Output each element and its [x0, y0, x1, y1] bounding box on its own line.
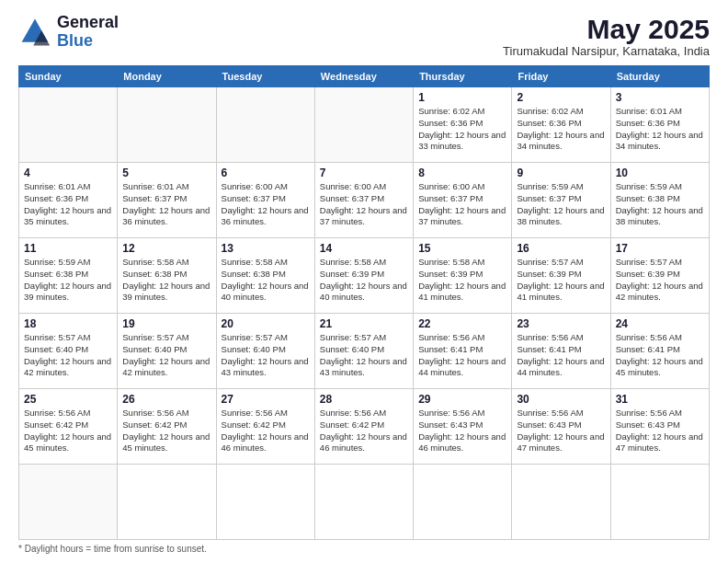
day-info: Sunrise: 5:57 AMSunset: 6:40 PMDaylight:… — [320, 332, 408, 379]
day-number: 22 — [418, 317, 506, 330]
calendar-cell: 30Sunrise: 5:56 AMSunset: 6:43 PMDayligh… — [512, 389, 610, 465]
day-number: 29 — [418, 393, 506, 406]
calendar-cell: 22Sunrise: 5:56 AMSunset: 6:41 PMDayligh… — [414, 314, 512, 389]
page: General Blue May 2025 Tirumakudal Narsip… — [0, 0, 728, 563]
day-number: 24 — [616, 317, 704, 330]
day-info: Sunrise: 5:56 AMSunset: 6:42 PMDaylight:… — [24, 408, 112, 454]
day-info: Sunrise: 5:56 AMSunset: 6:42 PMDaylight:… — [222, 408, 310, 454]
calendar-cell — [610, 465, 709, 540]
day-info: Sunrise: 5:58 AMSunset: 6:38 PMDaylight:… — [122, 257, 210, 304]
day-number: 30 — [517, 393, 605, 406]
calendar-week-row: 25Sunrise: 5:56 AMSunset: 6:42 PMDayligh… — [19, 389, 710, 465]
day-info: Sunrise: 6:00 AMSunset: 6:37 PMDaylight:… — [418, 181, 506, 228]
day-number: 19 — [122, 317, 210, 330]
weekday-row: SundayMondayTuesdayWednesdayThursdayFrid… — [19, 66, 710, 87]
calendar-cell: 29Sunrise: 5:56 AMSunset: 6:43 PMDayligh… — [414, 389, 512, 465]
day-info: Sunrise: 6:00 AMSunset: 6:37 PMDaylight:… — [222, 181, 310, 228]
day-number: 12 — [122, 242, 210, 255]
calendar-cell: 20Sunrise: 5:57 AMSunset: 6:40 PMDayligh… — [216, 314, 314, 389]
title-block: May 2025 Tirumakudal Narsipur, Karnataka… — [503, 14, 710, 58]
calendar-cell — [19, 465, 118, 540]
calendar-cell — [118, 465, 216, 540]
day-number: 4 — [24, 167, 112, 179]
calendar-cell — [19, 87, 118, 163]
day-info: Sunrise: 5:56 AMSunset: 6:43 PMDaylight:… — [616, 408, 704, 454]
day-number: 25 — [24, 393, 112, 406]
header: General Blue May 2025 Tirumakudal Narsip… — [18, 14, 710, 58]
day-info: Sunrise: 5:56 AMSunset: 6:42 PMDaylight:… — [122, 408, 210, 454]
day-number: 9 — [517, 167, 605, 179]
day-number: 5 — [122, 167, 210, 179]
calendar-cell: 25Sunrise: 5:56 AMSunset: 6:42 PMDayligh… — [19, 389, 118, 465]
logo-icon — [18, 16, 51, 49]
day-number: 10 — [616, 167, 704, 179]
day-info: Sunrise: 5:57 AMSunset: 6:39 PMDaylight:… — [616, 257, 704, 304]
day-info: Sunrise: 5:57 AMSunset: 6:39 PMDaylight:… — [517, 257, 605, 304]
day-info: Sunrise: 5:56 AMSunset: 6:41 PMDaylight:… — [517, 332, 605, 379]
calendar-cell: 19Sunrise: 5:57 AMSunset: 6:40 PMDayligh… — [118, 314, 216, 389]
day-number: 16 — [517, 242, 605, 255]
calendar-cell: 2Sunrise: 6:02 AMSunset: 6:36 PMDaylight… — [512, 87, 610, 163]
calendar-cell — [314, 465, 413, 540]
calendar-cell: 24Sunrise: 5:56 AMSunset: 6:41 PMDayligh… — [610, 314, 709, 389]
weekday-header-saturday: Saturday — [610, 66, 709, 87]
logo: General Blue — [18, 14, 119, 51]
footer-note: * Daylight hours = time from sunrise to … — [18, 544, 710, 554]
location: Tirumakudal Narsipur, Karnataka, India — [503, 44, 710, 58]
day-info: Sunrise: 6:02 AMSunset: 6:36 PMDaylight:… — [517, 106, 605, 153]
calendar-cell: 14Sunrise: 5:58 AMSunset: 6:39 PMDayligh… — [314, 238, 413, 314]
day-number: 23 — [517, 317, 605, 330]
day-number: 11 — [24, 242, 112, 255]
day-info: Sunrise: 6:00 AMSunset: 6:37 PMDaylight:… — [320, 181, 408, 228]
day-info: Sunrise: 5:58 AMSunset: 6:38 PMDaylight:… — [222, 257, 310, 304]
day-number: 27 — [222, 393, 310, 406]
day-info: Sunrise: 5:58 AMSunset: 6:39 PMDaylight:… — [418, 257, 506, 304]
calendar-table: SundayMondayTuesdayWednesdayThursdayFrid… — [18, 65, 710, 540]
calendar-cell: 23Sunrise: 5:56 AMSunset: 6:41 PMDayligh… — [512, 314, 610, 389]
day-number: 31 — [616, 393, 704, 406]
calendar-week-row — [19, 465, 710, 540]
day-info: Sunrise: 5:59 AMSunset: 6:38 PMDaylight:… — [24, 257, 112, 304]
calendar-cell — [216, 87, 314, 163]
day-info: Sunrise: 5:59 AMSunset: 6:37 PMDaylight:… — [517, 181, 605, 228]
day-number: 17 — [616, 242, 704, 255]
calendar-cell: 4Sunrise: 6:01 AMSunset: 6:36 PMDaylight… — [19, 163, 118, 238]
day-number: 1 — [418, 91, 506, 104]
day-number: 2 — [517, 91, 605, 104]
day-number: 15 — [418, 242, 506, 255]
weekday-header-tuesday: Tuesday — [216, 66, 314, 87]
calendar-cell — [512, 465, 610, 540]
day-number: 28 — [320, 393, 408, 406]
calendar-cell — [414, 465, 512, 540]
day-number: 8 — [418, 167, 506, 179]
calendar-cell: 3Sunrise: 6:01 AMSunset: 6:36 PMDaylight… — [610, 87, 709, 163]
day-info: Sunrise: 5:59 AMSunset: 6:38 PMDaylight:… — [616, 181, 704, 228]
calendar-week-row: 4Sunrise: 6:01 AMSunset: 6:36 PMDaylight… — [19, 163, 710, 238]
day-number: 18 — [24, 317, 112, 330]
calendar-cell: 6Sunrise: 6:00 AMSunset: 6:37 PMDaylight… — [216, 163, 314, 238]
day-number: 3 — [616, 91, 704, 104]
weekday-header-wednesday: Wednesday — [314, 66, 413, 87]
day-info: Sunrise: 6:01 AMSunset: 6:37 PMDaylight:… — [122, 181, 210, 228]
calendar-cell: 28Sunrise: 5:56 AMSunset: 6:42 PMDayligh… — [314, 389, 413, 465]
weekday-header-friday: Friday — [512, 66, 610, 87]
calendar-body: 1Sunrise: 6:02 AMSunset: 6:36 PMDaylight… — [19, 87, 710, 540]
calendar-cell: 12Sunrise: 5:58 AMSunset: 6:38 PMDayligh… — [118, 238, 216, 314]
day-info: Sunrise: 5:56 AMSunset: 6:43 PMDaylight:… — [418, 408, 506, 454]
calendar-cell — [118, 87, 216, 163]
day-info: Sunrise: 5:58 AMSunset: 6:39 PMDaylight:… — [320, 257, 408, 304]
calendar-cell: 16Sunrise: 5:57 AMSunset: 6:39 PMDayligh… — [512, 238, 610, 314]
calendar-cell — [216, 465, 314, 540]
logo-text: General Blue — [57, 14, 119, 51]
calendar-cell: 18Sunrise: 5:57 AMSunset: 6:40 PMDayligh… — [19, 314, 118, 389]
calendar-week-row: 18Sunrise: 5:57 AMSunset: 6:40 PMDayligh… — [19, 314, 710, 389]
calendar-cell: 11Sunrise: 5:59 AMSunset: 6:38 PMDayligh… — [19, 238, 118, 314]
calendar-cell: 15Sunrise: 5:58 AMSunset: 6:39 PMDayligh… — [414, 238, 512, 314]
calendar-cell: 7Sunrise: 6:00 AMSunset: 6:37 PMDaylight… — [314, 163, 413, 238]
calendar-cell: 21Sunrise: 5:57 AMSunset: 6:40 PMDayligh… — [314, 314, 413, 389]
day-number: 21 — [320, 317, 408, 330]
day-info: Sunrise: 6:01 AMSunset: 6:36 PMDaylight:… — [616, 106, 704, 153]
calendar-header: SundayMondayTuesdayWednesdayThursdayFrid… — [19, 66, 710, 87]
day-info: Sunrise: 5:56 AMSunset: 6:41 PMDaylight:… — [616, 332, 704, 379]
calendar-cell: 13Sunrise: 5:58 AMSunset: 6:38 PMDayligh… — [216, 238, 314, 314]
